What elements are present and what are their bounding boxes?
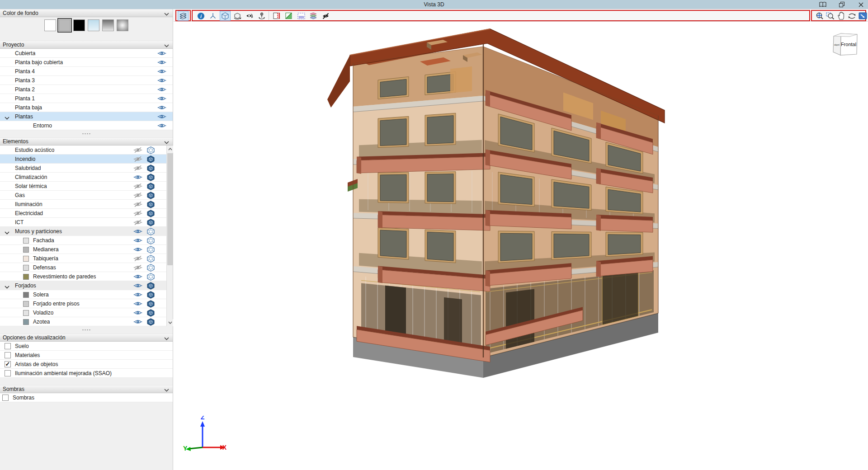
element-item-15[interactable]: Forjados: [0, 281, 166, 290]
visibility-eye-icon[interactable]: [157, 122, 166, 129]
visibility-eye-icon[interactable]: [133, 156, 142, 162]
toolbar-icon-pan[interactable]: [835, 11, 846, 21]
toolbar-icon-info[interactable]: i: [195, 11, 206, 21]
section-header-display-options[interactable]: Opciones de visualización: [0, 334, 173, 342]
display-option-2[interactable]: ✓ Aristas de objetos: [0, 360, 173, 369]
element-item-11[interactable]: Medianera: [0, 245, 166, 254]
element-item-18[interactable]: Voladizo: [0, 308, 166, 317]
expand-chevron-icon[interactable]: [5, 115, 9, 121]
element-item-5[interactable]: Gas: [0, 191, 166, 200]
render-mode-cube-icon[interactable]: [147, 210, 155, 217]
help-book-icon[interactable]: [818, 1, 827, 8]
elements-scrollbar[interactable]: [166, 146, 173, 326]
display-option-1[interactable]: Materiales: [0, 351, 173, 360]
project-item-6[interactable]: Planta baja: [0, 103, 173, 112]
toolbar-icon-section-plane[interactable]: [271, 11, 282, 21]
scroll-up-icon[interactable]: [167, 146, 173, 153]
render-mode-cube-icon[interactable]: [147, 146, 155, 154]
visibility-eye-icon[interactable]: [133, 201, 142, 207]
render-mode-cube-icon[interactable]: [147, 291, 155, 299]
section-header-elements[interactable]: Elementos: [0, 137, 173, 146]
bg-swatch-gray-gradient[interactable]: [102, 19, 114, 31]
splitter[interactable]: [0, 130, 173, 137]
visibility-eye-icon[interactable]: [157, 113, 166, 120]
visibility-eye-icon[interactable]: [133, 273, 142, 280]
element-item-0[interactable]: Estudio acústico: [0, 146, 166, 155]
section-header-background-color[interactable]: Color de fondo: [0, 9, 173, 17]
element-item-16[interactable]: Solera: [0, 290, 166, 299]
checkbox[interactable]: [5, 352, 11, 358]
element-item-6[interactable]: Iluminación: [0, 200, 166, 209]
render-mode-cube-icon[interactable]: [147, 183, 155, 190]
project-item-2[interactable]: Planta 4: [0, 67, 173, 76]
visibility-eye-icon[interactable]: [157, 68, 166, 75]
visibility-eye-icon[interactable]: [133, 219, 142, 226]
visibility-eye-icon[interactable]: [133, 165, 142, 171]
render-mode-cube-icon[interactable]: [147, 201, 155, 208]
project-item-7[interactable]: Plantas: [0, 112, 173, 121]
checkbox[interactable]: [5, 370, 11, 376]
section-header-shadows[interactable]: Sombras: [0, 385, 173, 393]
visibility-eye-icon[interactable]: [133, 174, 142, 180]
bg-swatch-gray[interactable]: [59, 19, 71, 31]
3d-viewport[interactable]: Frontal Izqdo Z X Y: [174, 22, 868, 470]
render-mode-cube-icon[interactable]: [147, 237, 155, 244]
visibility-eye-icon[interactable]: [157, 77, 166, 84]
element-item-9[interactable]: Muros y particiones: [0, 227, 166, 236]
visibility-eye-icon[interactable]: [133, 282, 142, 289]
render-mode-cube-icon[interactable]: [147, 164, 155, 172]
render-mode-cube-icon[interactable]: [147, 246, 155, 254]
render-mode-cube-icon[interactable]: [147, 155, 155, 163]
toolbar-icon-fit-window[interactable]: [857, 11, 868, 21]
visibility-eye-icon[interactable]: [157, 104, 166, 111]
visibility-eye-icon[interactable]: [133, 183, 142, 189]
visibility-eye-icon[interactable]: [133, 147, 142, 153]
toolbar-icon-rotate-view[interactable]: [232, 11, 243, 21]
render-mode-cube-icon[interactable]: [147, 309, 155, 317]
scrollbar-thumb[interactable]: [167, 153, 173, 265]
toolbar-icon-layer-stack[interactable]: [308, 11, 319, 21]
bg-swatch-white[interactable]: [44, 19, 56, 31]
visibility-eye-icon[interactable]: [133, 255, 142, 262]
element-item-4[interactable]: Solar térmica: [0, 182, 166, 191]
element-item-14[interactable]: Revestimiento de paredes: [0, 272, 166, 281]
visibility-eye-icon[interactable]: [133, 319, 142, 325]
project-item-3[interactable]: Planta 3: [0, 76, 173, 85]
project-item-8[interactable]: Entorno: [0, 121, 173, 130]
checkbox[interactable]: [2, 395, 9, 401]
element-item-1[interactable]: Incendio: [0, 155, 166, 164]
render-mode-cube-icon[interactable]: [147, 228, 155, 235]
close-icon[interactable]: [856, 1, 865, 8]
bg-swatch-sky-gradient[interactable]: [88, 19, 99, 31]
visibility-eye-icon[interactable]: [133, 291, 142, 298]
splitter[interactable]: [0, 326, 173, 334]
project-item-4[interactable]: Planta 2: [0, 85, 173, 94]
toolbar-icon-zoom-extents[interactable]: [814, 11, 825, 21]
visibility-eye-icon[interactable]: [133, 264, 142, 271]
element-item-10[interactable]: Fachada: [0, 236, 166, 245]
visibility-eye-icon[interactable]: [157, 59, 166, 66]
element-item-19[interactable]: Azotea: [0, 317, 166, 326]
display-option-0[interactable]: Suelo: [0, 342, 173, 351]
bg-swatch-black[interactable]: [73, 19, 85, 31]
checkbox[interactable]: [5, 343, 11, 349]
toolbar-icon-selection-box[interactable]: [296, 11, 307, 21]
visibility-eye-icon[interactable]: [133, 310, 142, 316]
render-mode-cube-icon[interactable]: [147, 255, 155, 263]
element-item-13[interactable]: Defensas: [0, 263, 166, 272]
project-item-0[interactable]: Cubierta: [0, 49, 173, 58]
render-mode-cube-icon[interactable]: [147, 219, 155, 226]
element-item-3[interactable]: Climatización: [0, 173, 166, 182]
element-item-17[interactable]: Forjado entre pisos: [0, 299, 166, 308]
render-mode-cube-icon[interactable]: [147, 264, 155, 272]
section-header-project[interactable]: Proyecto: [0, 41, 173, 49]
render-mode-cube-icon[interactable]: [147, 282, 155, 290]
toolbar-icon-clip-plane[interactable]: [283, 11, 294, 21]
visibility-eye-icon[interactable]: [133, 192, 142, 198]
visibility-eye-icon[interactable]: [133, 301, 142, 307]
checkbox[interactable]: ✓: [5, 361, 11, 367]
render-mode-cube-icon[interactable]: [147, 300, 155, 308]
toolbar-icon-turntable[interactable]: [256, 11, 267, 21]
toolbar-icon-isometric-view[interactable]: [220, 11, 231, 21]
visibility-eye-icon[interactable]: [133, 210, 142, 216]
